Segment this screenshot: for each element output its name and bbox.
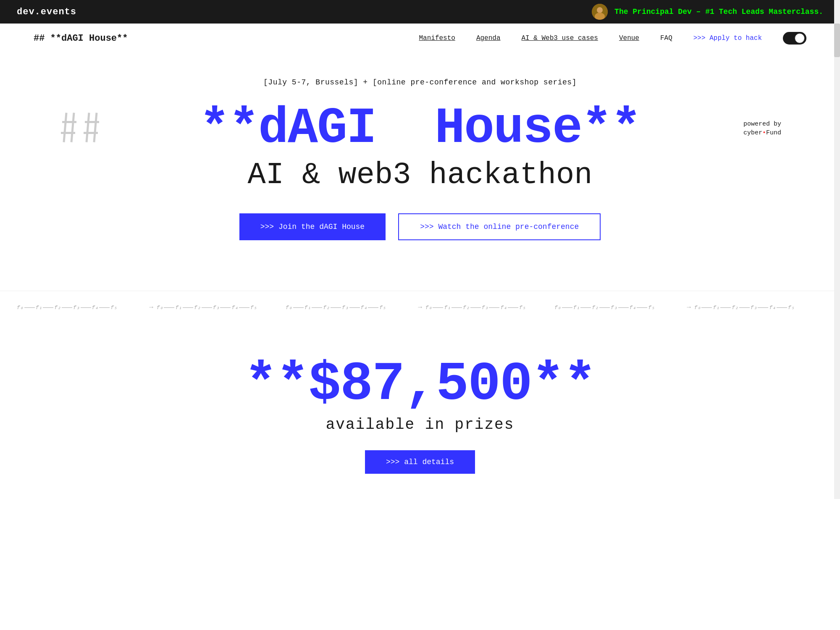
theme-toggle[interactable] xyxy=(783,32,806,45)
avatar xyxy=(592,4,608,20)
flow-dash xyxy=(618,307,629,308)
flow-node: f₀ xyxy=(286,304,292,311)
flow-node: f₅ xyxy=(250,304,257,311)
flow-node: f₃ xyxy=(213,304,220,311)
flow-dash xyxy=(220,307,231,308)
flow-node: f₀ xyxy=(157,304,163,311)
flow-dash xyxy=(239,307,249,308)
flow-dash xyxy=(81,307,91,308)
flow-dash xyxy=(99,307,110,308)
flow-arrow: → xyxy=(418,304,422,311)
flow-dash xyxy=(562,307,572,308)
flow-node: f₁ xyxy=(444,304,451,311)
flow-node: f₀ xyxy=(425,304,432,311)
flow-node: f₁ xyxy=(36,304,42,311)
flow-node: f₀ xyxy=(17,304,24,311)
flow-group-3: f₀ f₁ f₂ f₃ f₄ f₅ xyxy=(286,304,415,311)
flow-dash xyxy=(164,307,174,308)
flow-dash xyxy=(720,307,731,308)
flow-node: f₃ xyxy=(751,304,757,311)
flow-node: f₁ xyxy=(713,304,719,311)
toggle-knob xyxy=(795,33,805,43)
flow-diagram: f₀ f₁ f₂ f₃ f₄ f₅ → f₀ f₁ f₂ f₃ f₄ f₅ xyxy=(0,291,840,324)
flow-dash xyxy=(777,307,787,308)
announcement-content: The Principal Dev – #1 Tech Leads Master… xyxy=(592,4,823,20)
flow-dash xyxy=(202,307,212,308)
flow-dash xyxy=(508,307,518,308)
flow-dash xyxy=(183,307,193,308)
hash-logo xyxy=(59,109,118,149)
flow-dash xyxy=(701,307,712,308)
hero-subtitle: AI & web3 hackathon xyxy=(34,158,806,192)
nav-link-use-cases[interactable]: AI & Web3 use cases xyxy=(522,34,598,42)
scrollbar-thumb[interactable] xyxy=(834,24,840,57)
svg-line-7 xyxy=(87,113,89,142)
flow-arrow: → xyxy=(687,304,691,311)
flow-node: f₂ xyxy=(323,304,330,311)
flow-dash xyxy=(470,307,481,308)
flow-group-2: f₀ f₁ f₂ f₃ f₄ f₅ xyxy=(157,304,286,311)
flow-node: f₀ xyxy=(694,304,701,311)
nav-links: Manifesto Agenda AI & Web3 use cases Ven… xyxy=(419,32,806,45)
powered-by-line2: cyber•Fund xyxy=(743,129,781,137)
flow-node: f₅ xyxy=(379,304,386,311)
flow-dash xyxy=(452,307,462,308)
dot-accent: • xyxy=(762,129,766,136)
flow-dash xyxy=(489,307,499,308)
flow-node: f₀ xyxy=(554,304,561,311)
flow-dash xyxy=(739,307,750,308)
flow-dash xyxy=(293,307,304,308)
flow-dash xyxy=(758,307,768,308)
details-button[interactable]: >>> all details xyxy=(365,450,475,474)
flow-node: f₃ xyxy=(482,304,488,311)
flow-dash xyxy=(62,307,72,308)
flow-dash xyxy=(368,307,378,308)
flow-group-1: f₀ f₁ f₂ f₃ f₄ f₅ xyxy=(17,304,146,311)
flow-dash xyxy=(637,307,647,308)
flow-node: f₅ xyxy=(519,304,526,311)
flow-node: f₃ xyxy=(73,304,80,311)
flow-node: f₁ xyxy=(573,304,580,311)
logo-text: dev.events xyxy=(17,7,76,17)
nav-link-apply[interactable]: >>> Apply to hack xyxy=(693,34,762,42)
flow-node: f₄ xyxy=(92,304,99,311)
flow-node: f₁ xyxy=(304,304,311,311)
flow-dash xyxy=(43,307,53,308)
flow-node: f₅ xyxy=(110,304,117,311)
svg-point-1 xyxy=(597,7,603,13)
flow-node: f₅ xyxy=(788,304,795,311)
flow-node: f₃ xyxy=(342,304,349,311)
flow-node: f₁ xyxy=(175,304,182,311)
powered-by-line1: powered by xyxy=(743,121,781,128)
flow-dash xyxy=(580,307,591,308)
flow-node: f₂ xyxy=(194,304,201,311)
watch-button[interactable]: >>> Watch the online pre-conference xyxy=(398,213,601,240)
flow-group-4: f₀ f₁ f₂ f₃ f₄ f₅ xyxy=(425,304,554,311)
flow-node: f₄ xyxy=(361,304,368,311)
hero-buttons: >>> Join the dAGI House >>> Watch the on… xyxy=(34,213,806,240)
flow-node: f₂ xyxy=(732,304,738,311)
flow-node: f₄ xyxy=(500,304,507,311)
nav-link-agenda[interactable]: Agenda xyxy=(476,34,501,42)
prizes-section: **$87,500** available in prizes >>> all … xyxy=(0,324,840,499)
flow-dash xyxy=(433,307,443,308)
powered-by: powered by cyber•Fund xyxy=(743,120,781,137)
nav-link-faq[interactable]: FAQ xyxy=(660,34,672,42)
announcement-link[interactable]: The Principal Dev – #1 Tech Leads Master… xyxy=(614,8,823,16)
flow-node: f₂ xyxy=(54,304,61,311)
join-button[interactable]: >>> Join the dAGI House xyxy=(239,213,386,240)
prizes-amount: **$87,500** xyxy=(34,357,806,412)
flow-dash xyxy=(331,307,341,308)
svg-line-3 xyxy=(64,113,66,142)
announcement-bar: dev.events The Principal Dev – #1 Tech L… xyxy=(0,0,840,24)
nav-link-venue[interactable]: Venue xyxy=(619,34,639,42)
hero-title-group: **dAGI House** xyxy=(200,103,640,154)
flow-node: f₅ xyxy=(648,304,655,311)
flow-node: f₂ xyxy=(463,304,470,311)
hero-title: **dAGI House** xyxy=(200,103,640,154)
nav-link-manifesto[interactable]: Manifesto xyxy=(419,34,455,42)
flow-node: f₃ xyxy=(611,304,617,311)
site-logo-bar: dev.events xyxy=(17,7,76,17)
flow-node: f₄ xyxy=(769,304,776,311)
flow-group-6: f₀ f₁ f₂ f₃ f₄ f₅ xyxy=(694,304,823,311)
